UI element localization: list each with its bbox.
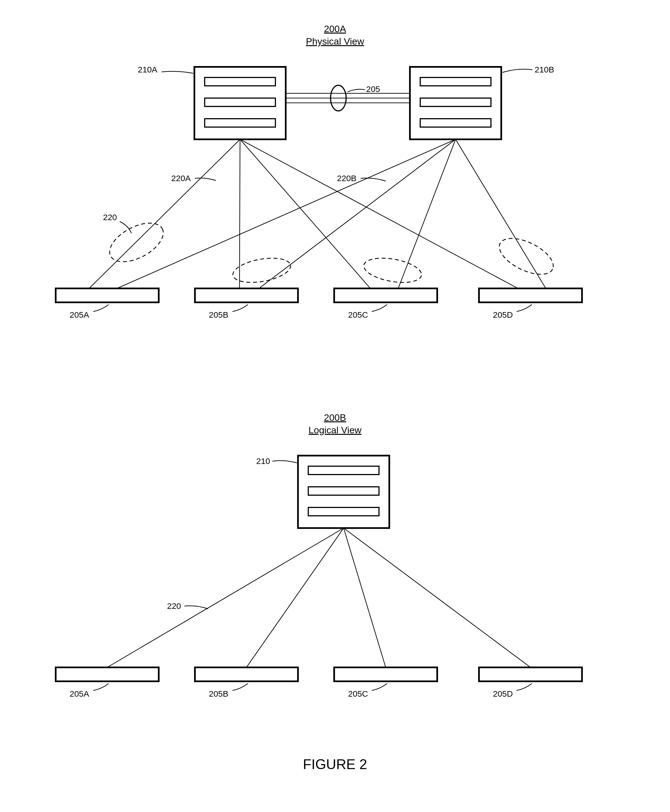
label-205b-phys: 205B [209, 310, 228, 319]
svg-line-17 [259, 139, 455, 288]
label-220a: 220A [171, 174, 191, 183]
svg-rect-2 [205, 98, 276, 107]
logical-id: 200B [324, 412, 346, 423]
svg-rect-1 [205, 78, 276, 86]
node-205b-phys [195, 288, 298, 302]
svg-line-28 [107, 528, 343, 667]
label-205c-log: 205C [348, 689, 368, 698]
node-205a-phys [56, 288, 159, 302]
label-205d-phys: 205D [493, 310, 513, 319]
figure-caption: FIGURE 2 [303, 756, 367, 772]
svg-line-18 [398, 139, 455, 288]
svg-line-31 [343, 528, 531, 667]
figure-2-diagram: 200A Physical View 210A 210B 205 205A 20… [0, 0, 670, 812]
label-210a: 210A [138, 65, 157, 74]
svg-line-14 [240, 139, 371, 288]
svg-line-29 [247, 528, 343, 667]
svg-line-30 [343, 528, 386, 667]
label-210: 210 [256, 456, 270, 466]
switch-210b [410, 67, 501, 139]
label-220-log: 220 [167, 601, 181, 610]
svg-line-13 [240, 139, 240, 288]
svg-line-15 [240, 139, 518, 288]
svg-rect-26 [308, 487, 379, 495]
physical-title: Physical View [306, 36, 364, 47]
label-205c-phys: 205C [348, 310, 368, 319]
label-205a-phys: 205A [69, 310, 89, 319]
node-205b-log [195, 667, 298, 681]
label-205: 205 [366, 85, 380, 93]
node-205a-log [56, 667, 159, 681]
node-205d-log [479, 667, 582, 681]
svg-point-22 [362, 254, 423, 286]
node-205c-log [334, 667, 437, 681]
svg-line-19 [455, 139, 546, 288]
logical-title: Logical View [308, 425, 362, 435]
node-205c-phys [334, 288, 437, 302]
label-205b-log: 205B [209, 689, 228, 698]
svg-rect-3 [205, 119, 276, 127]
label-205a-log: 205A [69, 689, 89, 698]
label-210b: 210B [535, 65, 554, 74]
switch-210a [195, 67, 286, 139]
physical-id: 200A [324, 24, 346, 34]
svg-rect-27 [308, 507, 379, 516]
label-220: 220 [103, 213, 117, 222]
svg-line-16 [117, 139, 455, 288]
svg-rect-5 [420, 78, 491, 86]
switch-210 [298, 456, 389, 528]
label-220b: 220B [337, 174, 357, 183]
svg-rect-6 [420, 98, 491, 107]
svg-point-20 [103, 215, 169, 270]
label-205d-log: 205D [493, 689, 513, 698]
svg-rect-7 [420, 119, 491, 127]
node-205d-phys [479, 288, 582, 302]
svg-rect-25 [308, 466, 379, 475]
